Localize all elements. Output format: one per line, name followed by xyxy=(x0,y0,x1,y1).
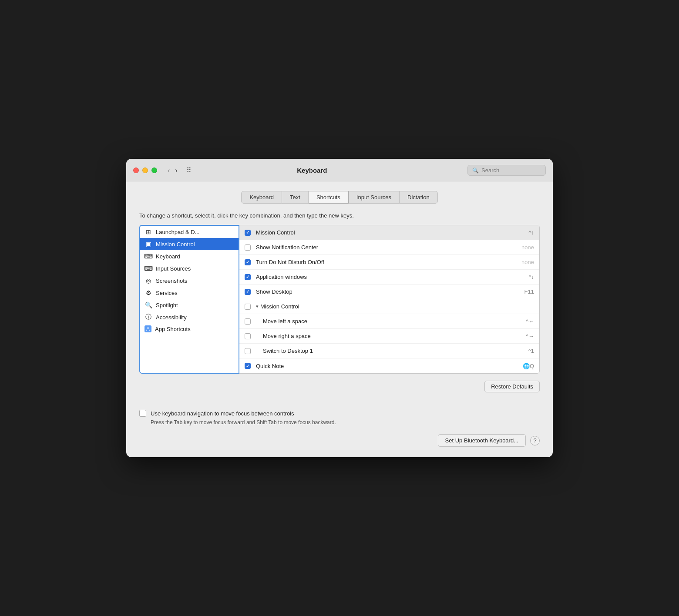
instruction-text: To change a shortcut, select it, click t… xyxy=(139,212,540,219)
keyboard-nav-checkbox[interactable] xyxy=(139,410,146,417)
sidebar-item-keyboard[interactable]: ⌨ Keyboard xyxy=(140,250,239,262)
window-title: Keyboard xyxy=(162,167,462,174)
checkbox-mission-control-group[interactable] xyxy=(245,304,251,310)
shortcut-row-mission-control-group[interactable]: ▾ Mission Control xyxy=(239,299,539,314)
tabs-bar: Keyboard Text Shortcuts Input Sources Di… xyxy=(139,191,540,204)
shortcut-row-quick-note[interactable]: Quick Note 🌐Q xyxy=(239,358,539,373)
shortcut-key: none xyxy=(512,244,534,251)
restore-defaults-button[interactable]: Restore Defaults xyxy=(484,381,540,392)
shortcut-label: Turn Do Not Disturb On/Off xyxy=(256,259,512,265)
footer-row: Set Up Bluetooth Keyboard... ? xyxy=(139,434,540,447)
traffic-lights xyxy=(133,167,157,173)
sidebar-item-label: Screenshots xyxy=(156,278,187,284)
content-area: Keyboard Text Shortcuts Input Sources Di… xyxy=(126,182,553,457)
sidebar-item-mission-control[interactable]: ▣ Mission Control xyxy=(140,238,239,250)
checkbox-switch-desktop[interactable] xyxy=(245,348,251,354)
shortcut-row-move-right[interactable]: Move right a space ^→ xyxy=(239,329,539,344)
sidebar-item-label: Services xyxy=(156,290,178,296)
shortcut-label: Quick Note xyxy=(256,363,512,369)
mission-control-icon: ▣ xyxy=(145,240,152,248)
collapse-arrow-icon[interactable]: ▾ xyxy=(256,304,259,309)
shortcut-row-notification-center[interactable]: Show Notification Center none xyxy=(239,240,539,255)
search-icon: 🔍 xyxy=(472,167,479,174)
bottom-section: Use keyboard navigation to move focus be… xyxy=(139,403,540,447)
bluetooth-keyboard-button[interactable]: Set Up Bluetooth Keyboard... xyxy=(438,434,526,447)
sidebar-item-label: App Shortcuts xyxy=(155,326,191,332)
input-sources-icon: ⌨ xyxy=(145,264,152,272)
tab-input-sources[interactable]: Input Sources xyxy=(349,191,400,204)
sidebar-item-label: Launchpad & D... xyxy=(156,229,199,235)
shortcut-key: none xyxy=(512,259,534,265)
accessibility-icon: ⓘ xyxy=(145,313,152,321)
checkbox-show-desktop[interactable] xyxy=(245,289,251,295)
sidebar: ⊞ Launchpad & D... ▣ Mission Control ⌨ K… xyxy=(139,225,239,374)
sidebar-item-accessibility[interactable]: ⓘ Accessibility xyxy=(140,311,239,323)
shortcut-key: ^↑ xyxy=(512,229,534,236)
shortcut-row-mission-control-top[interactable]: Mission Control ^↑ xyxy=(239,225,539,240)
checkbox-application-windows[interactable] xyxy=(245,274,251,280)
sidebar-item-label: Keyboard xyxy=(156,253,180,260)
checkbox-notification-center[interactable] xyxy=(245,244,251,251)
shortcut-key: F11 xyxy=(512,288,534,295)
shortcut-label: Move left a space xyxy=(256,318,512,325)
tab-text[interactable]: Text xyxy=(282,191,309,204)
spotlight-icon: 🔍 xyxy=(145,301,152,309)
shortcut-key: ^↓ xyxy=(512,274,534,280)
sidebar-item-screenshots[interactable]: ◎ Screenshots xyxy=(140,275,239,287)
sidebar-item-app-shortcuts[interactable]: A App Shortcuts xyxy=(140,323,239,335)
shortcut-label: Application windows xyxy=(256,274,512,280)
main-panel: ⊞ Launchpad & D... ▣ Mission Control ⌨ K… xyxy=(139,225,540,374)
checkbox-mission-control-top[interactable] xyxy=(245,230,251,236)
shortcut-row-show-desktop[interactable]: Show Desktop F11 xyxy=(239,285,539,299)
tab-shortcuts[interactable]: Shortcuts xyxy=(309,191,349,204)
launchpad-icon: ⊞ xyxy=(145,228,152,236)
checkbox-move-right[interactable] xyxy=(245,333,251,339)
shortcut-label: Show Notification Center xyxy=(256,244,512,251)
shortcut-key: ^→ xyxy=(512,333,534,339)
sidebar-item-input-sources[interactable]: ⌨ Input Sources xyxy=(140,262,239,275)
shortcut-key: ^1 xyxy=(512,348,534,354)
shortcut-key: 🌐Q xyxy=(512,363,534,369)
shortcut-row-move-left[interactable]: Move left a space ^← xyxy=(239,314,539,329)
tab-dictation[interactable]: Dictation xyxy=(400,191,438,204)
keyboard-icon: ⌨ xyxy=(145,252,152,260)
checkbox-move-left[interactable] xyxy=(245,318,251,325)
keyboard-nav-label: Use keyboard navigation to move focus be… xyxy=(151,410,294,417)
help-button[interactable]: ? xyxy=(530,436,540,445)
shortcut-label: Mission Control xyxy=(256,229,512,236)
checkbox-do-not-disturb[interactable] xyxy=(245,259,251,265)
search-input[interactable] xyxy=(481,167,541,174)
checkbox-quick-note[interactable] xyxy=(245,363,251,369)
shortcut-label: Switch to Desktop 1 xyxy=(256,348,512,354)
shortcut-key: ^← xyxy=(512,318,534,325)
keyboard-nav-row: Use keyboard navigation to move focus be… xyxy=(139,410,540,417)
shortcut-row-application-windows[interactable]: Application windows ^↓ xyxy=(239,270,539,285)
sidebar-item-label: Mission Control xyxy=(156,241,195,248)
tab-keyboard[interactable]: Keyboard xyxy=(241,191,282,204)
sidebar-item-label: Spotlight xyxy=(156,302,178,308)
shortcut-label: Mission Control xyxy=(260,303,512,310)
shortcut-row-switch-desktop[interactable]: Switch to Desktop 1 ^1 xyxy=(239,344,539,358)
keyboard-window: ‹ › ⠿ Keyboard 🔍 Keyboard Text Shortcuts… xyxy=(126,159,553,457)
sidebar-item-label: Input Sources xyxy=(156,265,191,272)
sidebar-item-services[interactable]: ⚙ Services xyxy=(140,287,239,299)
sidebar-item-spotlight[interactable]: 🔍 Spotlight xyxy=(140,299,239,311)
titlebar: ‹ › ⠿ Keyboard 🔍 xyxy=(126,159,553,182)
keyboard-nav-description: Press the Tab key to move focus forward … xyxy=(139,419,540,425)
maximize-button[interactable] xyxy=(151,167,157,173)
screenshots-icon: ◎ xyxy=(145,277,152,285)
sidebar-item-launchpad[interactable]: ⊞ Launchpad & D... xyxy=(140,226,239,238)
detail-panel: Mission Control ^↑ Show Notification Cen… xyxy=(239,225,540,374)
shortcut-label: Show Desktop xyxy=(256,288,512,295)
app-shortcuts-icon: A xyxy=(145,325,151,332)
search-box: 🔍 xyxy=(467,165,546,176)
shortcut-row-do-not-disturb[interactable]: Turn Do Not Disturb On/Off none xyxy=(239,255,539,270)
sidebar-item-label: Accessibility xyxy=(156,314,187,321)
restore-defaults-row: Restore Defaults xyxy=(139,381,540,392)
shortcut-label: Move right a space xyxy=(256,333,512,339)
minimize-button[interactable] xyxy=(142,167,148,173)
services-icon: ⚙ xyxy=(145,289,152,297)
close-button[interactable] xyxy=(133,167,139,173)
